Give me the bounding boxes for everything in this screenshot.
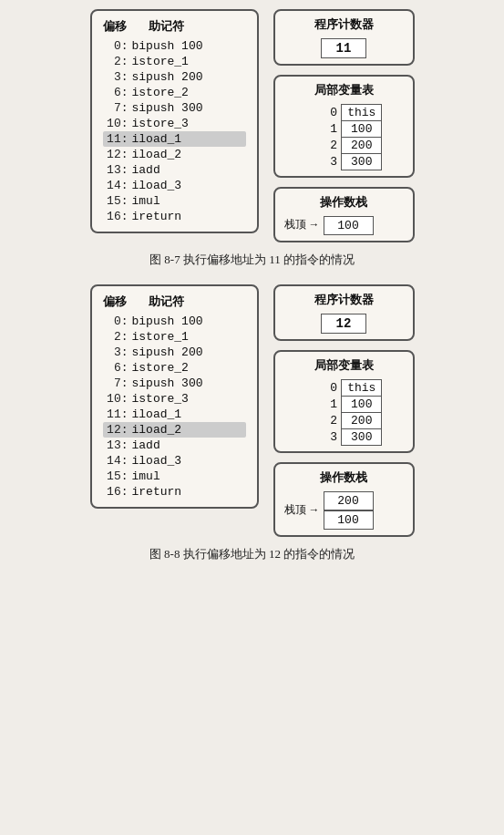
bytecode-header-2: 偏移 助记符: [103, 294, 246, 310]
caption-2: 图 8-8 执行偏移地址为 12 的指令的情况: [149, 546, 355, 562]
caption-1: 图 8-7 执行偏移地址为 11 的指令的情况: [149, 252, 355, 268]
stack-row-2: 栈顶 → 200 100: [284, 491, 404, 530]
table-row: 11: iload_1: [103, 407, 246, 422]
table-row: 0: bipush 100: [103, 38, 246, 54]
table-row: 15: imul: [103, 193, 246, 209]
right-panels-1: 程序计数器 11 局部变量表 0 this 1 100: [273, 9, 415, 242]
bytecode-panel-2: 偏移 助记符 0: bipush 100 2: istore_1 3: sipu…: [90, 284, 259, 509]
stack-cells-2: 200 100: [324, 491, 374, 530]
table-row: 15: imul: [103, 469, 246, 484]
list-item: 2 200: [305, 413, 382, 429]
table-row: 7: sipush 300: [103, 376, 246, 391]
list-item: 200: [324, 491, 374, 510]
pc-panel-1: 程序计数器 11: [273, 9, 415, 66]
table-row: 10: istore_3: [103, 391, 246, 407]
mnemonic-header-2: 助记符: [149, 294, 184, 310]
stack-label-1: 栈顶 →: [284, 217, 320, 232]
table-row: 2: istore_1: [103, 329, 246, 345]
pc-title-2: 程序计数器: [284, 292, 404, 308]
stack-title-2: 操作数栈: [284, 469, 404, 486]
offset-header-2: 偏移: [103, 294, 127, 310]
list-item: 100: [324, 510, 374, 530]
table-row: 2: istore_1: [103, 54, 246, 69]
stack-panel-2: 操作数栈 栈顶 → 200 100: [273, 462, 415, 537]
list-item: 3 300: [305, 154, 382, 170]
stack-row-1: 栈顶 → 100: [284, 216, 404, 235]
table-row: 12: iload_2: [103, 147, 246, 162]
list-item: 1 100: [305, 121, 382, 138]
locals-table-2: 0 this 1 100 2 200 3 300: [305, 379, 383, 446]
bytecode-header-1: 偏移 助记符: [103, 18, 246, 35]
locals-table-1: 0 this 1 100 2 200 3 300: [305, 104, 383, 170]
diagram-2-row: 偏移 助记符 0: bipush 100 2: istore_1 3: sipu…: [90, 284, 415, 537]
offset-header-1: 偏移: [103, 18, 127, 35]
table-row: 13: iadd: [103, 438, 246, 453]
diagram-1-row: 偏移 助记符 0: bipush 100 2: istore_1 3: sipu…: [90, 9, 415, 242]
table-row: 6: istore_2: [103, 360, 246, 376]
bytecode-panel-1: 偏移 助记符 0: bipush 100 2: istore_1 3: sipu…: [90, 9, 259, 233]
stack-panel-1: 操作数栈 栈顶 → 100: [273, 187, 415, 242]
stack-label-2: 栈顶 →: [284, 502, 320, 518]
table-row: 3: sipush 200: [103, 69, 246, 85]
table-row: 10: istore_3: [103, 116, 246, 131]
table-row-highlighted: 11: iload_1: [103, 131, 246, 147]
table-row: 16: ireturn: [103, 209, 246, 224]
list-item: 3 300: [305, 429, 382, 446]
right-panels-2: 程序计数器 12 局部变量表 0 this 1 100: [273, 284, 415, 537]
locals-panel-2: 局部变量表 0 this 1 100 2 200 3: [273, 350, 415, 453]
list-item: 1 100: [305, 397, 382, 413]
list-item: 2 200: [305, 138, 382, 154]
list-item: 100: [324, 216, 374, 235]
table-row: 7: sipush 300: [103, 100, 246, 116]
table-row: 0: bipush 100: [103, 314, 246, 329]
stack-title-1: 操作数栈: [284, 194, 404, 211]
table-row: 3: sipush 200: [103, 345, 246, 360]
pc-value-2: 12: [321, 314, 366, 334]
diagram-1: 偏移 助记符 0: bipush 100 2: istore_1 3: sipu…: [7, 9, 497, 275]
locals-title-2: 局部变量表: [284, 357, 404, 374]
table-row: 16: ireturn: [103, 484, 246, 500]
locals-title-1: 局部变量表: [284, 82, 404, 98]
list-item: 0 this: [305, 380, 382, 397]
table-row-highlighted: 12: iload_2: [103, 422, 246, 438]
diagram-2: 偏移 助记符 0: bipush 100 2: istore_1 3: sipu…: [7, 284, 497, 570]
pc-value-1: 11: [321, 38, 366, 58]
locals-panel-1: 局部变量表 0 this 1 100 2 200 3: [273, 75, 415, 178]
table-row: 6: istore_2: [103, 85, 246, 100]
pc-panel-2: 程序计数器 12: [273, 284, 415, 341]
mnemonic-header-1: 助记符: [149, 18, 184, 35]
pc-title-1: 程序计数器: [284, 16, 404, 33]
list-item: 0 this: [305, 105, 382, 121]
table-row: 13: iadd: [103, 162, 246, 178]
stack-cells-1: 100: [324, 216, 374, 235]
table-row: 14: iload_3: [103, 453, 246, 469]
table-row: 14: iload_3: [103, 178, 246, 193]
